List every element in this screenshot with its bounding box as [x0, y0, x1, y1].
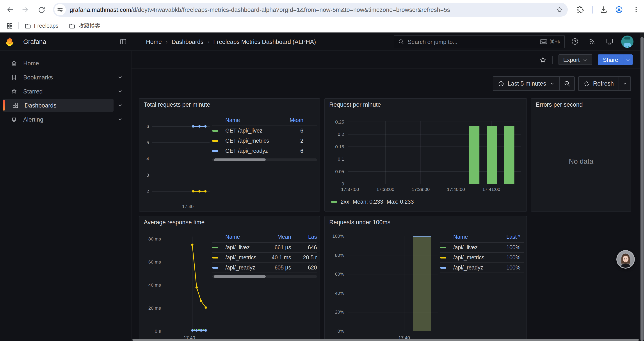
series-name[interactable]: /api/_metrics: [453, 254, 493, 261]
series-swatch: [440, 247, 446, 248]
scrollbar-thumb[interactable]: [214, 158, 266, 161]
url-text[interactable]: grafana.mathmast.com/d/deytv4rwavabkb/fr…: [70, 6, 556, 13]
breadcrumb-home[interactable]: Home: [146, 38, 162, 45]
url-bar[interactable]: grafana.mathmast.com/d/deytv4rwavabkb/fr…: [53, 3, 568, 17]
series-name[interactable]: /api/_livez: [453, 244, 493, 251]
reload-icon[interactable]: [38, 6, 46, 14]
legend-item-2xx[interactable]: 2xx Mean: 0.233 Max: 0.233: [331, 199, 414, 205]
search-shortcut: ⌘+k: [540, 39, 560, 45]
back-icon[interactable]: [6, 6, 14, 14]
export-button[interactable]: Export: [558, 55, 592, 65]
svg-text:60 ms: 60 ms: [148, 259, 161, 264]
panel-title[interactable]: Average response time: [144, 219, 204, 226]
brand-name[interactable]: Grafana: [23, 38, 46, 45]
extensions-icon[interactable]: [576, 6, 584, 14]
legend-col-last[interactable]: Last *: [493, 234, 520, 240]
series-name[interactable]: /api/_livez: [225, 244, 264, 251]
profile-icon[interactable]: [615, 6, 623, 14]
sidebar-item-bookmarks[interactable]: Bookmarks: [3, 71, 114, 84]
series-name[interactable]: GET /api/_metrics: [225, 138, 277, 144]
series-name[interactable]: /api/_readyz: [453, 265, 493, 271]
kiosk-monitor-icon[interactable]: [606, 38, 613, 45]
apps-grid-icon[interactable]: [6, 22, 13, 30]
panel-total-requests-per-minute[interactable]: Total requests per minute 2345617:40 Nam…: [139, 98, 320, 212]
chevron-down-icon[interactable]: [118, 75, 123, 80]
favorite-star-icon[interactable]: [539, 56, 546, 63]
user-avatar[interactable]: [621, 36, 634, 48]
bookmark-folder-freeleaps[interactable]: Freeleaps: [24, 23, 58, 29]
refresh-interval-button[interactable]: [619, 77, 630, 90]
panel-errors-per-second[interactable]: Errors per second No data: [531, 98, 631, 212]
bookmark-star-icon[interactable]: [556, 6, 563, 14]
legend-row[interactable]: /api/_metrics 100%: [440, 252, 524, 262]
legend-row[interactable]: /api/_livez 100%: [440, 242, 524, 252]
series-last: 646: [291, 244, 317, 251]
sidebar-item-alerting[interactable]: Alerting: [3, 113, 114, 126]
share-menu-button[interactable]: [623, 55, 632, 65]
time-controls: Last 5 minutes Refresh: [493, 76, 631, 91]
svg-text:40 ms: 40 ms: [148, 282, 161, 287]
browser-menu-icon[interactable]: [632, 6, 640, 14]
legend-table: Name Last * /api/_livez 100% /api/_metri…: [440, 233, 524, 273]
sidebar-item-starred[interactable]: Starred: [3, 85, 114, 98]
legend-col-name[interactable]: Name: [453, 234, 493, 240]
news-rss-icon[interactable]: [588, 38, 596, 45]
search-input[interactable]: Search or jump to... ⌘+k: [394, 35, 565, 48]
grafana-logo[interactable]: [5, 37, 14, 47]
series-last: 100%: [493, 254, 520, 261]
legend-scrollbar[interactable]: [212, 158, 317, 161]
chevron-down-icon[interactable]: [118, 103, 123, 108]
series-name[interactable]: 2xx: [341, 199, 349, 205]
refresh-button[interactable]: Refresh: [578, 77, 618, 90]
site-settings-icon[interactable]: [54, 4, 66, 15]
time-range-button[interactable]: Last 5 minutes: [493, 77, 560, 90]
legend-row[interactable]: GET /api/_livez 6: [212, 126, 317, 136]
scrollbar-thumb[interactable]: [214, 275, 266, 278]
help-icon[interactable]: [571, 38, 579, 45]
panel-request-per-minute[interactable]: Request per minute 00.050.10.150.20.2517…: [324, 98, 527, 212]
legend-row[interactable]: /api/_livez 661 µs 646: [212, 242, 317, 252]
series-name[interactable]: /api/_readyz: [225, 265, 264, 271]
legend-row[interactable]: /api/_metrics 40.1 ms 20.5 r: [212, 252, 317, 262]
panel-average-response-time[interactable]: Average response time 0 s20 ms40 ms60 ms…: [139, 216, 320, 341]
series-name[interactable]: GET /api/_livez: [225, 128, 277, 134]
legend-scrollbar[interactable]: [212, 275, 317, 278]
forward-icon[interactable]: [22, 6, 29, 14]
toolbar-divider: [592, 6, 593, 14]
downloads-icon[interactable]: [600, 6, 608, 14]
svg-text:6: 6: [146, 124, 149, 129]
chevron-down-icon[interactable]: [118, 89, 123, 94]
legend-row[interactable]: /api/_readyz 100%: [440, 262, 524, 272]
legend-row[interactable]: GET /api/_readyz 6: [212, 146, 317, 156]
legend-col-mean[interactable]: Mean: [264, 234, 291, 240]
legend-col-last[interactable]: Las: [291, 234, 317, 240]
sidebar-item-home[interactable]: Home: [3, 57, 114, 70]
panel-requests-under-100ms[interactable]: Requests under 100ms 0%20%40%60%80%100%1…: [324, 216, 527, 341]
chevron-down-icon[interactable]: [118, 117, 123, 122]
series-name[interactable]: /api/_metrics: [225, 254, 264, 261]
avatar-girl-illustration: [617, 251, 634, 268]
legend-row[interactable]: GET /api/_metrics 2: [212, 136, 317, 146]
folder-icon: [24, 23, 31, 29]
sidebar-collapse-icon[interactable]: [120, 38, 127, 45]
legend-col-mean[interactable]: Mean: [277, 117, 303, 123]
bookmark-folder-blogs[interactable]: 收藏博客: [69, 22, 100, 30]
svg-text:0.25: 0.25: [335, 119, 344, 124]
zoom-out-button[interactable]: [560, 77, 574, 90]
svg-text:17:39:00: 17:39:00: [412, 187, 430, 192]
panel-title[interactable]: Errors per second: [536, 101, 583, 108]
vertical-scrollbar[interactable]: [640, 37, 644, 341]
breadcrumb-dashboards[interactable]: Dashboards: [172, 38, 204, 45]
legend-row[interactable]: /api/_readyz 605 µs 620: [212, 262, 317, 272]
panel-title[interactable]: Total requests per minute: [144, 101, 210, 108]
legend-col-name[interactable]: Name: [225, 117, 277, 123]
share-button[interactable]: Share: [598, 55, 623, 65]
series-name[interactable]: GET /api/_readyz: [225, 148, 277, 154]
panel-title[interactable]: Request per minute: [329, 101, 381, 108]
panel-title[interactable]: Requests under 100ms: [329, 219, 390, 226]
horizontal-scrollbar[interactable]: [132, 339, 639, 341]
legend-col-name[interactable]: Name: [225, 234, 264, 240]
sidebar-item-dashboards[interactable]: Dashboards: [3, 99, 114, 112]
assistant-avatar[interactable]: [616, 250, 635, 269]
svg-text:20 ms: 20 ms: [148, 305, 161, 310]
